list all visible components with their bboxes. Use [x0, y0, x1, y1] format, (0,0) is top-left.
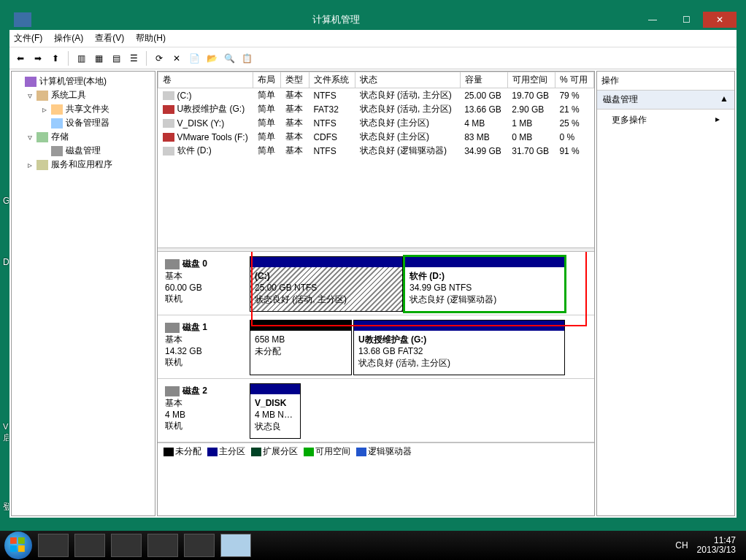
menu-file[interactable]: 文件(F) [14, 32, 42, 45]
tree-item[interactable]: 计算机管理(本地) [13, 74, 153, 88]
actions-header: 操作 [597, 72, 734, 91]
volume-list[interactable]: 卷布局类型文件系统状态容量可用空间% 可用(C:)简单基本NTFS状态良好 (活… [158, 72, 594, 248]
more-actions[interactable]: 更多操作▸ [597, 110, 734, 131]
table-row[interactable]: 软件 (D:)简单基本NTFS状态良好 (逻辑驱动器)34.99 GB31.70… [158, 144, 594, 158]
ime-indicator[interactable]: CH [675, 540, 688, 551]
clock-date: 2013/3/13 [697, 545, 736, 555]
taskbar-item[interactable] [147, 534, 178, 557]
disk-row: 磁盘 1基本14.32 GB联机658 MB未分配U教授维护盘 (G:)13.6… [158, 315, 594, 379]
svg-rect-0 [10, 537, 17, 544]
menu-view[interactable]: 查看(V) [95, 32, 124, 45]
up-button[interactable]: ⬆ [47, 50, 64, 66]
maximize-button[interactable]: ☐ [669, 12, 703, 28]
menu-action[interactable]: 操作(A) [54, 32, 83, 45]
desktop-label: V [3, 422, 8, 431]
window-title: 计算机管理 [36, 13, 636, 26]
close-button[interactable]: ✕ [703, 12, 737, 28]
column-header[interactable]: % 可用 [555, 72, 593, 88]
taskbar-item[interactable] [74, 534, 105, 557]
open-button[interactable]: 📂 [204, 50, 220, 66]
navigation-tree[interactable]: 计算机管理(本地)▿系统工具▹共享文件夹设备管理器▿存储磁盘管理▹服务和应用程序 [11, 71, 155, 516]
tree-item[interactable]: 磁盘管理 [13, 144, 153, 158]
tree-item[interactable]: ▿存储 [13, 130, 153, 144]
computer-management-window: 计算机管理 — ☐ ✕ 文件(F) 操作(A) 查看(V) 帮助(H) ⬅ ➡ … [9, 9, 737, 518]
legend: 未分配主分区扩展分区可用空间逻辑驱动器 [158, 442, 594, 460]
delete-button[interactable]: ✕ [169, 50, 185, 66]
titlebar[interactable]: 计算机管理 — ☐ ✕ [9, 9, 737, 30]
show-hide-tree-button[interactable]: ▥ [73, 50, 89, 66]
table-row[interactable]: VMware Tools (F:)简单基本CDFS状态良好 (主分区)83 MB… [158, 130, 594, 144]
search-button[interactable]: 🔍 [221, 50, 237, 66]
disk-row: 磁盘 0基本60.00 GB联机(C:)25.00 GB NTFS状态良好 (活… [158, 252, 594, 315]
table-row[interactable]: V_DISK (Y:)简单基本NTFS状态良好 (主分区)4 MB1 MB25 … [158, 116, 594, 130]
partition[interactable]: U教授维护盘 (G:)13.68 GB FAT32状态良好 (活动, 主分区) [353, 320, 565, 375]
column-header[interactable]: 卷 [158, 72, 253, 88]
forward-button[interactable]: ➡ [30, 50, 46, 66]
tree-item[interactable]: ▿系统工具 [13, 88, 153, 102]
toolbar: ⬅ ➡ ⬆ ▥ ▦ ▤ ☰ ⟳ ✕ 📄 📂 🔍 📋 [9, 47, 737, 69]
taskbar-item-active[interactable] [220, 534, 251, 557]
column-header[interactable]: 状态 [355, 72, 460, 88]
refresh-button[interactable]: ⟳ [151, 50, 167, 66]
system-tray[interactable]: CH 11:47 2013/3/13 [675, 536, 742, 555]
table-row[interactable]: U教授维护盘 (G:)简单基本FAT32状态良好 (活动, 主分区)13.66 … [158, 102, 594, 116]
properties-button[interactable]: 📄 [186, 50, 202, 66]
clock-time: 11:47 [714, 535, 736, 545]
taskbar-item[interactable] [111, 534, 142, 557]
partition[interactable]: V_DISK4 MB N…状态良 [250, 383, 301, 439]
back-button[interactable]: ⬅ [12, 50, 28, 66]
list-button[interactable]: ▤ [108, 50, 124, 66]
disk-graphical-view[interactable]: 磁盘 0基本60.00 GB联机(C:)25.00 GB NTFS状态良好 (活… [158, 252, 594, 515]
column-header[interactable]: 容量 [460, 72, 507, 88]
partition[interactable]: 658 MB未分配 [250, 320, 352, 375]
svg-rect-3 [18, 545, 25, 552]
tree-item[interactable]: 设备管理器 [13, 116, 153, 130]
taskbar-item[interactable] [184, 534, 215, 557]
help-button[interactable]: 📋 [239, 50, 255, 66]
column-header[interactable]: 可用空间 [507, 72, 555, 88]
app-icon [14, 12, 31, 27]
column-header[interactable]: 文件系统 [309, 72, 355, 88]
partition[interactable]: 软件 (D:)34.99 GB NTFS状态良好 (逻辑驱动器) [404, 256, 565, 312]
content-panel: 卷布局类型文件系统状态容量可用空间% 可用(C:)简单基本NTFS状态良好 (活… [157, 71, 595, 516]
taskbar-item[interactable] [38, 534, 69, 557]
tree-item[interactable]: ▹服务和应用程序 [13, 158, 153, 172]
column-header[interactable]: 类型 [281, 72, 309, 88]
menubar: 文件(F) 操作(A) 查看(V) 帮助(H) [9, 30, 737, 47]
partition[interactable]: (C:)25.00 GB NTFS状态良好 (活动, 主分区) [250, 256, 403, 312]
menu-help[interactable]: 帮助(H) [136, 32, 166, 45]
actions-panel: 操作 磁盘管理▲ 更多操作▸ [596, 71, 735, 516]
disk-row: 磁盘 2基本4 MB联机V_DISK4 MB N…状态良 [158, 379, 594, 442]
table-row[interactable]: (C:)简单基本NTFS状态良好 (活动, 主分区)25.00 GB19.70 … [158, 88, 594, 103]
detail-button[interactable]: ☰ [126, 50, 142, 66]
tree-item[interactable]: ▹共享文件夹 [13, 102, 153, 116]
column-header[interactable]: 布局 [253, 72, 281, 88]
start-button[interactable] [4, 532, 32, 559]
svg-rect-1 [18, 537, 25, 544]
taskbar[interactable]: CH 11:47 2013/3/13 [0, 531, 746, 560]
view-button[interactable]: ▦ [91, 50, 107, 66]
minimize-button[interactable]: — [636, 12, 669, 28]
svg-rect-2 [10, 545, 17, 552]
actions-category[interactable]: 磁盘管理▲ [597, 91, 734, 110]
